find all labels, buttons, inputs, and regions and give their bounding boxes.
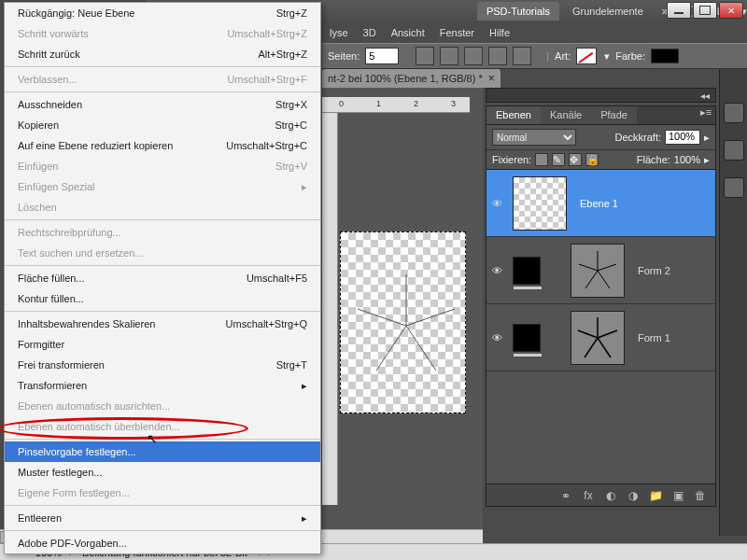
menu-paste-special[interactable]: Einfügen Spezial <box>5 176 320 197</box>
menu-cut[interactable]: AusschneidenStrg+X <box>5 94 320 115</box>
menu-define-brush[interactable]: Pinselvorgabe festlegen... <box>5 441 320 462</box>
farbe-swatch[interactable] <box>651 49 679 63</box>
layer-mask-thumbnail[interactable] <box>571 311 625 365</box>
menu-step-back[interactable]: Schritt zurückAlt+Strg+Z <box>5 44 320 64</box>
opacity-input[interactable]: 100% <box>665 130 700 145</box>
layer-fill-thumbnail[interactable] <box>513 257 541 285</box>
menu-fill[interactable]: Fläche füllen...Umschalt+F5 <box>5 268 320 288</box>
menu-paste[interactable]: EinfügenStrg+V <box>5 156 320 176</box>
lock-transparent-icon[interactable] <box>535 153 548 166</box>
workspace-tab-psd[interactable]: PSD-Tutorials <box>477 2 559 21</box>
menu-stroke[interactable]: Kontur füllen... <box>5 288 320 309</box>
menu-free-transform[interactable]: Frei transformierenStrg+T <box>5 355 320 375</box>
options-bar: Seiten: | Art: ▾ Farbe: <box>322 43 747 69</box>
menu-puppet-warp[interactable]: Formgitter <box>5 334 320 355</box>
svg-line-1 <box>406 309 455 326</box>
menu-pdf-presets[interactable]: Adobe PDF-Vorgaben... <box>5 533 320 553</box>
layer-thumbnail[interactable] <box>513 176 567 231</box>
fill-input[interactable]: 100% <box>674 154 700 165</box>
tab-kanaele[interactable]: Kanäle <box>541 106 591 124</box>
tab-ebenen[interactable]: Ebenen <box>486 106 541 124</box>
close-button[interactable] <box>719 2 743 19</box>
dock-icon-2[interactable] <box>724 140 744 161</box>
menu-ansicht[interactable]: Ansicht <box>391 27 425 38</box>
menu-analyse[interactable]: lyse <box>330 27 348 38</box>
seiten-input[interactable] <box>365 48 399 64</box>
minimize-button[interactable] <box>667 2 691 19</box>
adjustment-layer-icon[interactable]: ◑ <box>626 488 641 503</box>
menu-find-replace[interactable]: Text suchen und ersetzen... <box>5 243 320 263</box>
layer-mask-icon[interactable]: ◐ <box>603 488 618 503</box>
shape-opt-1-icon[interactable] <box>416 47 434 65</box>
layer-name[interactable]: Form 1 <box>630 332 715 343</box>
shape-opt-3-icon[interactable] <box>464 47 483 65</box>
panel-menu-icon[interactable]: ▸≡ <box>697 106 715 124</box>
layer-name[interactable]: Form 2 <box>630 265 715 276</box>
new-layer-icon[interactable]: ▣ <box>670 488 685 503</box>
tab-pfade[interactable]: Pfade <box>591 106 637 124</box>
edit-menu: Rückgängig: Neue EbeneStrg+Z Schritt vor… <box>4 2 321 554</box>
document-close-icon[interactable]: × <box>488 72 495 85</box>
menu-define-shape[interactable]: Eigene Form festlegen... <box>5 483 320 503</box>
layer-name[interactable]: Ebene 1 <box>572 198 715 209</box>
shape-opt-2-icon[interactable] <box>440 47 458 65</box>
menu-auto-align[interactable]: Ebenen automatisch ausrichten... <box>5 396 320 416</box>
visibility-icon[interactable]: 👁 <box>486 332 507 343</box>
layer-lock-row: Fixieren: ✎ ✥ 🔒 Fläche: 100% ▸ <box>486 150 715 170</box>
menu-spellcheck[interactable]: Rechtschreibprüfung... <box>5 222 320 243</box>
fill-flyout-icon[interactable]: ▸ <box>704 154 710 166</box>
layer-row-form1[interactable]: 👁 Form 1 <box>486 304 715 371</box>
menu-purge[interactable]: Entleeren <box>5 508 320 528</box>
menu-step-forward[interactable]: Schritt vorwärtsUmschalt+Strg+Z <box>5 23 320 44</box>
shape-opt-4-icon[interactable] <box>488 47 507 65</box>
svg-line-13 <box>585 338 598 357</box>
menu-delete[interactable]: Löschen <box>5 197 320 217</box>
menu-transform[interactable]: Transformieren <box>5 375 320 396</box>
canvas[interactable] <box>340 231 466 413</box>
menu-copy-merged[interactable]: Auf eine Ebene reduziert kopierenUmschal… <box>5 135 320 156</box>
ruler-vertical <box>322 113 338 505</box>
menu-content-aware-scale[interactable]: Inhaltsbewahrendes SkalierenUmschalt+Str… <box>5 314 320 334</box>
menu-undo[interactable]: Rückgängig: Neue EbeneStrg+Z <box>5 3 320 23</box>
panel-tabstrip: Ebenen Kanäle Pfade ▸≡ <box>486 106 715 125</box>
dock-icon-3[interactable] <box>724 177 744 198</box>
layer-row-form2[interactable]: 👁 Form 2 <box>486 237 715 304</box>
document-tab[interactable]: nt-2 bei 100% (Ebene 1, RGB/8) * × <box>322 69 500 88</box>
lock-position-icon[interactable]: ✥ <box>569 153 582 166</box>
menu-3d[interactable]: 3D <box>363 27 376 38</box>
svg-line-9 <box>579 264 598 271</box>
menu-fade[interactable]: Verblassen...Umschalt+Strg+F <box>5 69 320 90</box>
link-layers-icon[interactable]: ⚭ <box>558 488 573 503</box>
ruler-tick: 2 <box>414 99 418 108</box>
farbe-label: Farbe: <box>615 50 645 62</box>
menu-auto-blend[interactable]: Ebenen automatisch überblenden... <box>5 416 320 437</box>
layer-group-icon[interactable]: 📁 <box>648 488 663 503</box>
panel-collapse-bar[interactable]: ◂◂ <box>486 88 716 103</box>
lock-all-icon[interactable]: 🔒 <box>585 153 599 166</box>
visibility-icon[interactable]: 👁 <box>486 198 507 209</box>
opacity-flyout-icon[interactable]: ▸ <box>704 132 710 144</box>
menu-fenster[interactable]: Fenster <box>440 27 474 38</box>
art-swatch[interactable] <box>576 48 597 64</box>
layer-row-ebene1[interactable]: 👁 Ebene 1 <box>486 170 715 237</box>
layer-mask-thumbnail[interactable] <box>571 244 625 298</box>
workspace-tab-grund[interactable]: Grundelemente <box>563 2 653 21</box>
shape-opt-5-icon[interactable] <box>513 47 531 65</box>
svg-line-12 <box>598 338 611 357</box>
layer-list: 👁 Ebene 1 👁 Form 2 👁 Form 1 <box>486 170 715 483</box>
svg-line-2 <box>406 326 436 371</box>
layer-fill-thumbnail[interactable] <box>513 324 541 352</box>
delete-layer-icon[interactable]: 🗑 <box>693 488 708 503</box>
menu-copy[interactable]: KopierenStrg+C <box>5 115 320 135</box>
maximize-button[interactable] <box>693 2 717 19</box>
ruler-tick: 1 <box>376 99 381 108</box>
visibility-icon[interactable]: 👁 <box>486 265 507 276</box>
menu-hilfe[interactable]: Hilfe <box>489 27 510 38</box>
svg-line-8 <box>585 271 598 288</box>
cursor-icon: ↖ <box>147 431 158 446</box>
lock-pixels-icon[interactable]: ✎ <box>552 153 565 166</box>
layer-style-icon[interactable]: fx <box>581 488 596 503</box>
blend-mode-select[interactable]: Normal <box>492 129 576 146</box>
dock-icon-1[interactable] <box>724 103 744 123</box>
menu-define-pattern[interactable]: Muster festlegen... <box>5 462 320 483</box>
